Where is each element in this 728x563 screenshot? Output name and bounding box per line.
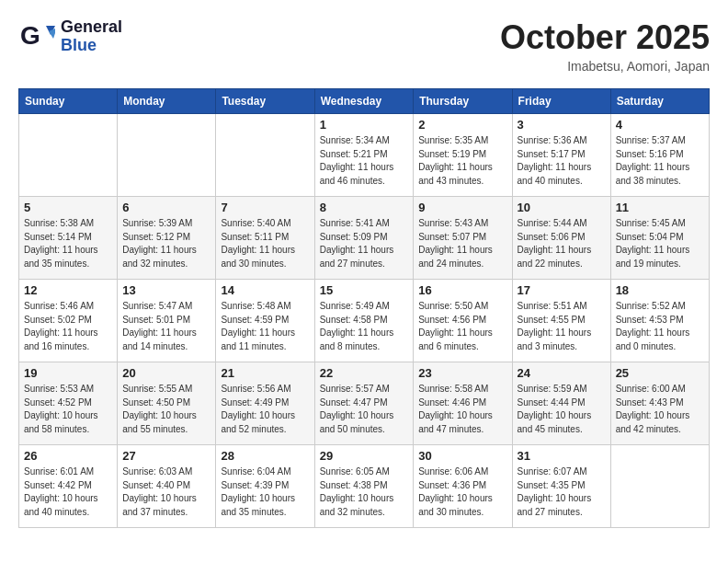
day-info: Sunrise: 5:55 AM Sunset: 4:50 PM Dayligh… xyxy=(122,383,210,436)
day-number: 2 xyxy=(418,118,506,132)
calendar-cell: 15Sunrise: 5:49 AM Sunset: 4:58 PM Dayli… xyxy=(314,280,414,362)
calendar-cell: 28Sunrise: 6:04 AM Sunset: 4:39 PM Dayli… xyxy=(216,445,314,528)
title-block: October 2025 Imabetsu, Aomori, Japan xyxy=(500,18,710,74)
calendar-cell: 10Sunrise: 5:44 AM Sunset: 5:06 PM Dayli… xyxy=(512,197,610,280)
day-info: Sunrise: 6:05 AM Sunset: 4:38 PM Dayligh… xyxy=(320,465,409,519)
calendar-cell: 12Sunrise: 5:46 AM Sunset: 5:02 PM Dayli… xyxy=(19,280,118,362)
day-number: 20 xyxy=(122,366,210,380)
location: Imabetsu, Aomori, Japan xyxy=(500,59,710,74)
day-info: Sunrise: 6:01 AM Sunset: 4:42 PM Dayligh… xyxy=(24,465,112,519)
day-info: Sunrise: 5:36 AM Sunset: 5:17 PM Dayligh… xyxy=(518,134,606,188)
day-number: 22 xyxy=(320,366,409,380)
weekday-wednesday: Wednesday xyxy=(314,89,414,114)
day-info: Sunrise: 5:45 AM Sunset: 5:04 PM Dayligh… xyxy=(616,217,704,270)
weekday-friday: Friday xyxy=(512,89,610,114)
calendar-cell: 1Sunrise: 5:34 AM Sunset: 5:21 PM Daylig… xyxy=(314,114,414,197)
day-number: 3 xyxy=(518,118,606,132)
page-header: G General Blue October 2025 Imabetsu, Ao… xyxy=(18,18,710,74)
day-info: Sunrise: 5:35 AM Sunset: 5:19 PM Dayligh… xyxy=(418,134,506,188)
day-info: Sunrise: 5:58 AM Sunset: 4:46 PM Dayligh… xyxy=(418,383,506,436)
calendar-cell: 18Sunrise: 5:52 AM Sunset: 4:53 PM Dayli… xyxy=(610,280,709,362)
calendar-cell: 4Sunrise: 5:37 AM Sunset: 5:16 PM Daylig… xyxy=(610,114,709,197)
day-number: 21 xyxy=(221,366,309,380)
day-number: 10 xyxy=(518,201,606,214)
calendar-cell: 2Sunrise: 5:35 AM Sunset: 5:19 PM Daylig… xyxy=(414,114,512,197)
day-number: 16 xyxy=(418,283,506,297)
day-info: Sunrise: 5:34 AM Sunset: 5:21 PM Dayligh… xyxy=(320,134,409,188)
calendar-cell: 3Sunrise: 5:36 AM Sunset: 5:17 PM Daylig… xyxy=(512,114,610,197)
day-info: Sunrise: 5:52 AM Sunset: 4:53 PM Dayligh… xyxy=(616,300,704,353)
weekday-sunday: Sunday xyxy=(19,89,118,114)
day-number: 25 xyxy=(616,366,704,380)
day-number: 11 xyxy=(616,201,704,214)
day-number: 26 xyxy=(24,449,112,463)
day-number: 24 xyxy=(518,366,606,380)
calendar-cell: 31Sunrise: 6:07 AM Sunset: 4:35 PM Dayli… xyxy=(512,445,610,528)
day-number: 29 xyxy=(320,449,409,463)
day-info: Sunrise: 5:51 AM Sunset: 4:55 PM Dayligh… xyxy=(518,300,606,353)
day-info: Sunrise: 5:50 AM Sunset: 4:56 PM Dayligh… xyxy=(418,300,506,353)
calendar-cell: 7Sunrise: 5:40 AM Sunset: 5:11 PM Daylig… xyxy=(216,197,314,280)
day-number: 4 xyxy=(616,118,704,132)
logo: G General Blue xyxy=(18,18,122,55)
day-number: 27 xyxy=(122,449,210,463)
day-info: Sunrise: 5:38 AM Sunset: 5:14 PM Dayligh… xyxy=(24,217,112,270)
week-row-4: 19Sunrise: 5:53 AM Sunset: 4:52 PM Dayli… xyxy=(19,362,710,445)
calendar-cell xyxy=(216,114,314,197)
day-info: Sunrise: 5:43 AM Sunset: 5:07 PM Dayligh… xyxy=(418,217,506,270)
day-info: Sunrise: 5:39 AM Sunset: 5:12 PM Dayligh… xyxy=(122,217,210,270)
day-info: Sunrise: 5:59 AM Sunset: 4:44 PM Dayligh… xyxy=(518,383,606,436)
day-number: 17 xyxy=(518,283,606,297)
day-number: 28 xyxy=(221,449,309,463)
calendar-cell: 8Sunrise: 5:41 AM Sunset: 5:09 PM Daylig… xyxy=(314,197,414,280)
weekday-tuesday: Tuesday xyxy=(216,89,314,114)
day-info: Sunrise: 5:46 AM Sunset: 5:02 PM Dayligh… xyxy=(24,300,112,353)
calendar-cell: 23Sunrise: 5:58 AM Sunset: 4:46 PM Dayli… xyxy=(414,362,512,445)
calendar-cell: 6Sunrise: 5:39 AM Sunset: 5:12 PM Daylig… xyxy=(118,197,216,280)
calendar-cell: 13Sunrise: 5:47 AM Sunset: 5:01 PM Dayli… xyxy=(118,280,216,362)
day-info: Sunrise: 5:40 AM Sunset: 5:11 PM Dayligh… xyxy=(221,217,309,270)
day-info: Sunrise: 5:47 AM Sunset: 5:01 PM Dayligh… xyxy=(122,300,210,353)
calendar-cell: 25Sunrise: 6:00 AM Sunset: 4:43 PM Dayli… xyxy=(610,362,709,445)
day-number: 31 xyxy=(518,449,606,463)
calendar-cell xyxy=(19,114,118,197)
calendar-cell: 27Sunrise: 6:03 AM Sunset: 4:40 PM Dayli… xyxy=(118,445,216,528)
calendar-cell: 11Sunrise: 5:45 AM Sunset: 5:04 PM Dayli… xyxy=(610,197,709,280)
calendar-body: 1Sunrise: 5:34 AM Sunset: 5:21 PM Daylig… xyxy=(19,114,710,528)
day-info: Sunrise: 5:56 AM Sunset: 4:49 PM Dayligh… xyxy=(221,383,309,436)
weekday-header-row: SundayMondayTuesdayWednesdayThursdayFrid… xyxy=(19,89,710,114)
day-number: 9 xyxy=(418,201,506,214)
day-info: Sunrise: 5:44 AM Sunset: 5:06 PM Dayligh… xyxy=(518,217,606,270)
day-info: Sunrise: 6:07 AM Sunset: 4:35 PM Dayligh… xyxy=(518,465,606,519)
day-number: 23 xyxy=(418,366,506,380)
day-number: 30 xyxy=(418,449,506,463)
day-number: 18 xyxy=(616,283,704,297)
weekday-thursday: Thursday xyxy=(414,89,512,114)
day-info: Sunrise: 5:57 AM Sunset: 4:47 PM Dayligh… xyxy=(320,383,409,436)
day-number: 1 xyxy=(320,118,409,132)
day-number: 6 xyxy=(122,201,210,214)
week-row-1: 1Sunrise: 5:34 AM Sunset: 5:21 PM Daylig… xyxy=(19,114,710,197)
calendar-cell: 29Sunrise: 6:05 AM Sunset: 4:38 PM Dayli… xyxy=(314,445,414,528)
day-number: 13 xyxy=(122,283,210,297)
day-info: Sunrise: 5:37 AM Sunset: 5:16 PM Dayligh… xyxy=(616,134,704,188)
calendar-cell xyxy=(118,114,216,197)
day-number: 15 xyxy=(320,283,409,297)
calendar-cell: 21Sunrise: 5:56 AM Sunset: 4:49 PM Dayli… xyxy=(216,362,314,445)
weekday-saturday: Saturday xyxy=(610,89,709,114)
day-info: Sunrise: 6:03 AM Sunset: 4:40 PM Dayligh… xyxy=(122,465,210,519)
calendar-cell: 9Sunrise: 5:43 AM Sunset: 5:07 PM Daylig… xyxy=(414,197,512,280)
week-row-3: 12Sunrise: 5:46 AM Sunset: 5:02 PM Dayli… xyxy=(19,280,710,362)
day-number: 12 xyxy=(24,283,112,297)
week-row-2: 5Sunrise: 5:38 AM Sunset: 5:14 PM Daylig… xyxy=(19,197,710,280)
calendar-cell: 19Sunrise: 5:53 AM Sunset: 4:52 PM Dayli… xyxy=(19,362,118,445)
day-info: Sunrise: 5:53 AM Sunset: 4:52 PM Dayligh… xyxy=(24,383,112,436)
day-number: 14 xyxy=(221,283,309,297)
calendar-cell: 24Sunrise: 5:59 AM Sunset: 4:44 PM Dayli… xyxy=(512,362,610,445)
svg-text:G: G xyxy=(20,21,40,50)
day-info: Sunrise: 6:04 AM Sunset: 4:39 PM Dayligh… xyxy=(221,465,309,519)
calendar-cell: 14Sunrise: 5:48 AM Sunset: 4:59 PM Dayli… xyxy=(216,280,314,362)
logo-line1: General xyxy=(61,18,122,37)
calendar-cell: 26Sunrise: 6:01 AM Sunset: 4:42 PM Dayli… xyxy=(19,445,118,528)
day-info: Sunrise: 5:41 AM Sunset: 5:09 PM Dayligh… xyxy=(320,217,409,270)
